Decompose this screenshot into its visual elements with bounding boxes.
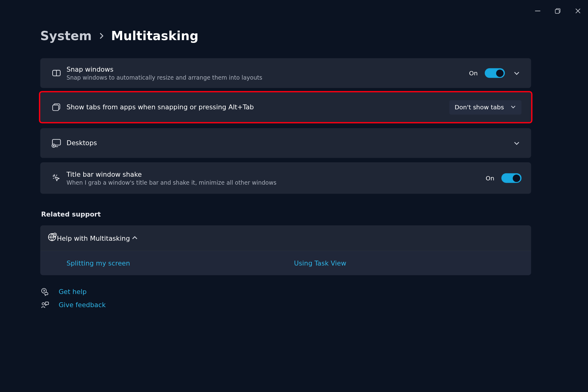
setting-desktops[interactable]: Desktops [40, 128, 531, 158]
related-support-links: Splitting my screen Using Task View [40, 251, 531, 275]
snap-windows-toggle[interactable] [485, 68, 505, 78]
maximize-icon [555, 8, 561, 14]
svg-rect-4 [53, 105, 59, 111]
footer-links: Get help Give feedback [40, 288, 531, 309]
setting-title: Desktops [66, 139, 512, 147]
setting-description: When I grab a window's title bar and sha… [66, 179, 486, 186]
setting-title: Title bar window shake [66, 170, 486, 178]
svg-point-9 [42, 288, 46, 293]
setting-title-bar-shake[interactable]: Title bar window shake When I grab a win… [40, 162, 531, 194]
collapse-button[interactable] [130, 233, 139, 243]
window-titlebar [0, 0, 588, 17]
chevron-right-icon [98, 31, 105, 41]
dropdown-selected-value: Don't show tabs [454, 104, 504, 111]
link-using-task-view[interactable]: Using Task View [294, 259, 346, 267]
help-chat-icon [40, 288, 50, 296]
svg-point-10 [42, 303, 44, 305]
expand-button[interactable] [512, 138, 521, 148]
chevron-down-icon [513, 140, 520, 147]
breadcrumb-current: Multitasking [111, 29, 199, 43]
link-label: Give feedback [58, 301, 106, 309]
setting-snap-windows[interactable]: Snap windows Snap windows to automatical… [40, 58, 531, 88]
settings-content: System Multitasking Snap windows Snap wi… [40, 29, 531, 309]
breadcrumb-root[interactable]: System [40, 29, 92, 43]
setting-description: Snap windows to automatically resize and… [66, 74, 469, 81]
close-icon [575, 8, 581, 14]
toggle-state-label: On [486, 175, 494, 182]
minimize-button[interactable] [528, 4, 548, 17]
feedback-person-icon [40, 300, 50, 309]
show-tabs-dropdown[interactable]: Don't show tabs [449, 100, 522, 114]
chevron-down-icon [510, 104, 516, 111]
snap-windows-icon [47, 68, 66, 78]
globe-help-icon [47, 232, 57, 244]
setting-title: Help with Multitasking [57, 234, 130, 242]
svg-rect-11 [45, 302, 49, 304]
toggle-state-label: On [469, 70, 478, 77]
maximize-button[interactable] [548, 4, 568, 17]
setting-title: Show tabs from apps when snapping or pre… [66, 103, 449, 111]
link-label: Get help [58, 288, 86, 296]
title-bar-shake-toggle[interactable] [501, 173, 522, 183]
svg-rect-1 [555, 9, 559, 13]
give-feedback-link[interactable]: Give feedback [40, 300, 531, 309]
chevron-down-icon [513, 70, 520, 77]
close-button[interactable] [568, 4, 588, 17]
tabs-icon [47, 102, 66, 112]
get-help-link[interactable]: Get help [40, 288, 531, 296]
desktops-icon [47, 138, 66, 148]
related-support-panel: Help with Multitasking Splitting my scre… [40, 225, 531, 275]
setting-title: Snap windows [66, 66, 469, 74]
cursor-click-icon [47, 173, 66, 183]
setting-show-tabs[interactable]: Show tabs from apps when snapping or pre… [40, 92, 531, 122]
link-splitting-my-screen[interactable]: Splitting my screen [66, 259, 130, 267]
breadcrumb: System Multitasking [40, 29, 531, 43]
minimize-icon [535, 8, 541, 14]
expand-button[interactable] [512, 68, 521, 78]
chevron-up-icon [131, 235, 138, 242]
related-support-heading: Related support [41, 210, 531, 218]
help-with-multitasking[interactable]: Help with Multitasking [40, 225, 531, 251]
